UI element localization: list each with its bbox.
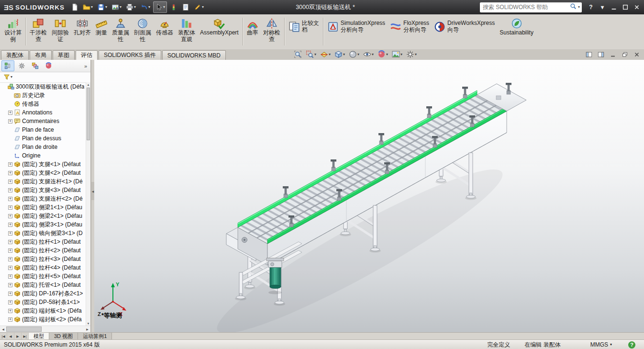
tree-item[interactable]: +Commentaires <box>0 117 86 125</box>
tab-motion-study[interactable]: 运动算例1 <box>78 333 112 340</box>
tree-item[interactable]: +(固定) 端封板<1> (Défa <box>0 306 86 315</box>
units-dropdown[interactable]: MMGS ▾ <box>590 341 612 348</box>
options-edit-button[interactable]: ▾ <box>192 2 205 12</box>
tree-item[interactable]: +(固定) 支腿连杆<2> (Dé <box>0 194 86 203</box>
graphics-viewport[interactable]: Y X Z *等轴测 <box>94 60 644 332</box>
rebuild-button[interactable] <box>168 2 179 12</box>
ribbon-assembly-visualization-button[interactable]: 装配体直观 <box>176 15 198 43</box>
tab-3d-views[interactable]: 3D 视图 <box>49 333 78 340</box>
scroll-left-button[interactable]: ◀ <box>7 333 14 340</box>
tree-item[interactable]: +(固定) 拉杆<5> (Défaut <box>0 272 86 281</box>
tree-expand-icon[interactable]: + <box>8 171 12 175</box>
ribbon-measure-button[interactable]: 测量 <box>93 15 110 37</box>
tree-expand-icon[interactable]: + <box>8 309 12 313</box>
tree-expand-icon[interactable]: + <box>8 162 12 167</box>
tree-item[interactable]: +(固定) 拉杆<4> (Défaut <box>0 263 86 272</box>
scrollbar-thumb[interactable] <box>87 88 90 140</box>
tree-item[interactable]: Origine <box>0 151 86 160</box>
tree-item[interactable]: +(固定) 支腿<2> (Défaut <box>0 169 86 177</box>
view-orientation-button[interactable]: ▾ <box>333 50 346 59</box>
status-help-icon[interactable]: ? <box>628 341 635 349</box>
scroll-first-button[interactable]: |◀ <box>0 333 7 340</box>
ribbon-assemblyxpert-button[interactable]: AssemblyXpert <box>198 15 241 37</box>
tab-solidworks-mbd[interactable]: SOLIDWORKS MBD <box>162 50 226 60</box>
tree-item[interactable]: +(固定) 侧梁3<1> (Défau <box>0 220 86 229</box>
tree-expand-icon[interactable]: + <box>8 292 12 296</box>
tree-item[interactable]: 历史记录 <box>0 91 86 100</box>
print-button[interactable]: ▾ <box>124 2 137 12</box>
hide-show-items-button[interactable]: ▾ <box>362 50 375 59</box>
tree-item[interactable]: +(固定) 侧梁2<1> (Défau <box>0 212 86 220</box>
ribbon-compare-documents-button[interactable]: 比较文档 <box>286 15 322 34</box>
tree-item[interactable]: +(固定) 拉杆<2> (Défaut <box>0 246 86 255</box>
tab-assembly[interactable]: 装配体 <box>1 50 29 60</box>
tree-item[interactable]: +(固定) DP-167衬条2<1> <box>0 289 86 298</box>
maximize-button[interactable] <box>620 2 631 12</box>
tree-root-item[interactable]: 3000双顶链板输送机 (Défa <box>0 82 86 91</box>
search-input[interactable] <box>482 3 569 11</box>
ribbon-curvature-button[interactable]: 曲率 <box>244 15 261 37</box>
scroll-last-button[interactable]: ▶| <box>22 333 29 340</box>
ribbon-hole-alignment-button[interactable]: 孔对齐 <box>71 15 93 37</box>
help-dropdown[interactable]: ▾ <box>597 2 608 12</box>
tree-item[interactable]: +(固定) 拉杆<1> (Défaut <box>0 237 86 246</box>
scrollbar-thumb[interactable] <box>6 326 42 332</box>
tree-expand-icon[interactable]: + <box>8 266 12 270</box>
scroll-left-icon[interactable]: ◀ <box>0 327 6 331</box>
tree-item[interactable]: 传感器 <box>0 100 86 108</box>
appearance-capture-button[interactable]: A▾ <box>110 2 123 12</box>
ribbon-mass-properties-button[interactable]: 质量属性 <box>110 15 132 43</box>
new-document-button[interactable] <box>69 2 80 12</box>
help-button[interactable]: ? <box>586 2 596 12</box>
tree-item[interactable]: +AAnnotations <box>0 108 86 117</box>
save-button[interactable]: ▾ <box>96 2 109 12</box>
scroll-up-icon[interactable]: ▲ <box>86 82 90 87</box>
tree-item[interactable]: Plan de droite <box>0 143 86 151</box>
doc-minimize-button[interactable] <box>609 51 617 58</box>
tree-expand-icon[interactable]: + <box>8 248 12 253</box>
ribbon-interference-check-button[interactable]: 干涉检查 <box>27 15 49 43</box>
ribbon-sensor-button[interactable]: 传感器 <box>154 15 176 37</box>
tree-expand-icon[interactable]: + <box>8 214 12 218</box>
ribbon-clearance-verify-button[interactable]: 间隙验证 <box>49 15 71 43</box>
displaymanager-tab[interactable] <box>43 61 55 71</box>
tree-expand-icon[interactable]: + <box>8 223 12 227</box>
scroll-right-button[interactable]: ▶ <box>14 333 22 340</box>
display-style-button[interactable]: ▾ <box>348 50 360 59</box>
tree-expand-icon[interactable]: + <box>8 231 12 236</box>
pane-left-toggle[interactable] <box>585 51 593 58</box>
open-button[interactable]: ▾ <box>81 2 94 12</box>
tree-expand-icon[interactable]: + <box>8 257 12 261</box>
ribbon-floxpress-wizard-button[interactable]: FloXpress分析向导 <box>388 15 432 34</box>
tree-item[interactable]: +(固定) 支腿<1> (Défaut <box>0 160 86 169</box>
file-properties-button[interactable] <box>180 2 191 12</box>
tree-expand-icon[interactable]: + <box>8 197 12 201</box>
tree-item[interactable]: +(固定) 端封板<2> (Défa <box>0 315 86 324</box>
tree-vertical-scrollbar[interactable]: ▲ ▼ <box>86 82 90 326</box>
view-settings-button[interactable]: ▾ <box>405 50 418 59</box>
minimize-button[interactable] <box>609 2 619 12</box>
ribbon-sustainability-button[interactable]: Sustainability <box>497 15 536 37</box>
tree-item[interactable]: +(固定) 托管<1> (Défaut <box>0 281 86 289</box>
filter-button[interactable]: ▾ <box>2 73 13 81</box>
apply-scene-button[interactable]: ▾ <box>391 50 403 59</box>
undo-button[interactable]: ▾ <box>139 2 152 12</box>
ribbon-design-study-button[interactable]: 设计算例 <box>2 15 24 43</box>
tree-expand-icon[interactable]: + <box>8 300 12 304</box>
zoom-area-button[interactable]: ▾ <box>305 50 317 59</box>
ribbon-section-properties-button[interactable]: 剖面属性 <box>132 15 154 43</box>
tree-item[interactable]: +(固定) 拉杆<3> (Défaut <box>0 255 86 263</box>
tree-expand-icon[interactable]: + <box>8 119 12 124</box>
tree-expand-icon[interactable]: + <box>8 240 12 244</box>
tab-sketch[interactable]: 草图 <box>53 50 75 60</box>
tree-item[interactable]: +(固定) 镜向侧梁3<1> (D <box>0 229 86 237</box>
tree-expand-icon[interactable]: + <box>8 283 12 287</box>
doc-restore-button[interactable] <box>621 51 629 58</box>
tree-item[interactable]: Plan de dessus <box>0 134 86 143</box>
edit-appearance-button[interactable]: ▾ <box>377 50 389 59</box>
section-view-button[interactable]: ▾ <box>319 50 332 59</box>
pane-right-toggle[interactable] <box>597 51 605 58</box>
tree-item[interactable]: +(固定) 支腿<3> (Défaut <box>0 186 86 194</box>
ribbon-symmetry-check-button[interactable]: 对称检查 <box>261 15 283 43</box>
configurationmanager-tab[interactable] <box>29 61 41 71</box>
